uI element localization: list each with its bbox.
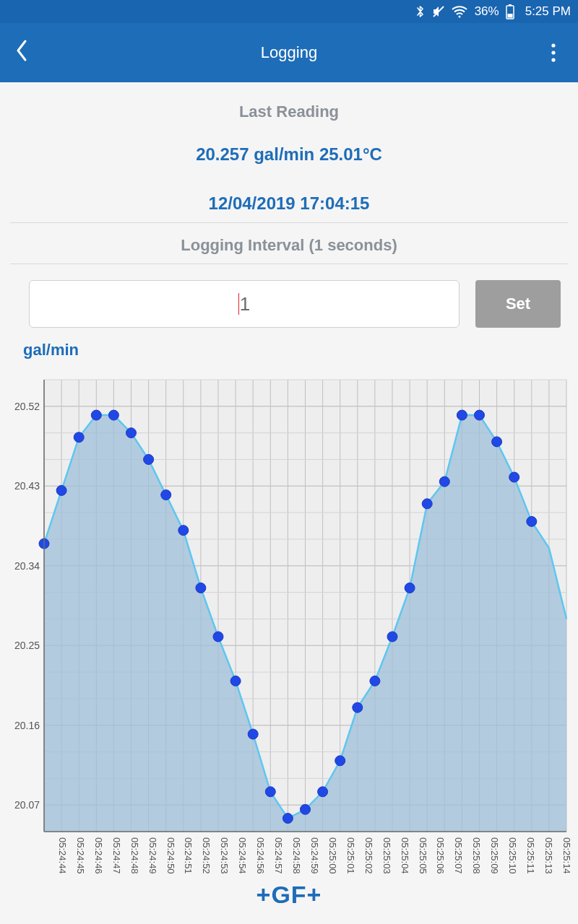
svg-point-95 bbox=[475, 410, 485, 420]
back-button[interactable] bbox=[14, 38, 29, 67]
svg-point-92 bbox=[422, 499, 432, 509]
svg-text:20.43: 20.43 bbox=[14, 480, 40, 492]
svg-text:05:24:45: 05:24:45 bbox=[75, 837, 86, 874]
svg-text:05:25:05: 05:25:05 bbox=[418, 837, 428, 874]
svg-text:05:24:46: 05:24:46 bbox=[93, 837, 104, 874]
svg-text:05:24:44: 05:24:44 bbox=[57, 837, 68, 874]
svg-point-94 bbox=[457, 410, 467, 420]
svg-point-79 bbox=[196, 583, 206, 593]
svg-point-7 bbox=[551, 58, 555, 61]
svg-point-96 bbox=[492, 437, 502, 447]
svg-point-91 bbox=[405, 583, 415, 593]
svg-text:05:25:13: 05:25:13 bbox=[543, 837, 554, 874]
last-reading-label: Last Reading bbox=[0, 103, 578, 121]
svg-point-90 bbox=[387, 632, 397, 642]
svg-point-1 bbox=[458, 16, 460, 18]
svg-text:05:24:59: 05:24:59 bbox=[309, 837, 320, 874]
chart[interactable]: 20.0720.1620.2520.3420.4320.5205:24:4405… bbox=[0, 372, 578, 878]
svg-text:05:25:03: 05:25:03 bbox=[381, 837, 392, 874]
svg-point-84 bbox=[282, 814, 293, 824]
brand-logo: +GF+ bbox=[0, 881, 578, 909]
svg-point-75 bbox=[126, 428, 137, 438]
svg-text:05:25:07: 05:25:07 bbox=[453, 837, 464, 874]
svg-text:20.16: 20.16 bbox=[14, 720, 40, 731]
svg-text:05:24:48: 05:24:48 bbox=[129, 837, 140, 874]
svg-rect-4 bbox=[507, 14, 512, 18]
battery-percent: 36% bbox=[475, 4, 499, 19]
svg-text:05:24:52: 05:24:52 bbox=[201, 837, 212, 874]
svg-text:05:25:11: 05:25:11 bbox=[525, 837, 536, 874]
battery-icon bbox=[505, 4, 515, 19]
svg-text:05:24:54: 05:24:54 bbox=[237, 837, 248, 874]
status-bar: 36% 5:25 PM bbox=[0, 0, 578, 23]
svg-point-93 bbox=[439, 476, 449, 487]
svg-rect-3 bbox=[509, 4, 512, 6]
svg-text:05:25:01: 05:25:01 bbox=[345, 837, 356, 874]
svg-point-74 bbox=[108, 410, 118, 420]
svg-point-77 bbox=[161, 490, 171, 500]
svg-point-83 bbox=[265, 787, 275, 797]
svg-text:05:25:02: 05:25:02 bbox=[363, 837, 374, 874]
svg-text:05:24:56: 05:24:56 bbox=[255, 837, 266, 874]
svg-point-88 bbox=[353, 702, 363, 712]
svg-point-87 bbox=[335, 756, 345, 766]
svg-text:05:25:08: 05:25:08 bbox=[471, 837, 482, 874]
svg-text:05:24:47: 05:24:47 bbox=[111, 837, 122, 874]
svg-point-98 bbox=[527, 516, 537, 526]
svg-point-71 bbox=[56, 485, 66, 495]
interval-input-row: 1 Set bbox=[0, 264, 578, 328]
svg-text:05:24:50: 05:24:50 bbox=[165, 837, 176, 874]
svg-text:05:25:14: 05:25:14 bbox=[561, 837, 572, 874]
svg-point-81 bbox=[230, 676, 241, 686]
svg-point-80 bbox=[213, 632, 223, 642]
svg-text:20.52: 20.52 bbox=[14, 401, 40, 412]
svg-text:05:25:10: 05:25:10 bbox=[507, 837, 518, 874]
mute-icon bbox=[431, 4, 446, 19]
svg-text:05:24:49: 05:24:49 bbox=[147, 837, 158, 874]
bluetooth-icon bbox=[415, 4, 426, 19]
svg-text:05:24:53: 05:24:53 bbox=[219, 837, 230, 874]
svg-text:20.07: 20.07 bbox=[14, 799, 40, 811]
divider bbox=[10, 222, 568, 223]
chart-unit-label: gal/min bbox=[23, 341, 578, 359]
svg-point-72 bbox=[74, 432, 84, 443]
svg-point-6 bbox=[551, 51, 555, 54]
svg-text:05:25:04: 05:25:04 bbox=[400, 837, 410, 874]
page-title: Logging bbox=[261, 43, 317, 62]
svg-text:05:24:51: 05:24:51 bbox=[183, 837, 194, 874]
app-bar: Logging bbox=[0, 23, 578, 82]
svg-text:05:24:57: 05:24:57 bbox=[273, 837, 284, 874]
set-button[interactable]: Set bbox=[475, 280, 561, 328]
svg-text:05:24:58: 05:24:58 bbox=[291, 837, 302, 874]
svg-point-89 bbox=[370, 676, 380, 686]
last-reading-time: 12/04/2019 17:04:15 bbox=[0, 193, 578, 214]
clock: 5:25 PM bbox=[525, 4, 571, 19]
svg-text:05:25:06: 05:25:06 bbox=[435, 837, 446, 874]
interval-input-value: 1 bbox=[240, 293, 250, 315]
svg-point-97 bbox=[509, 472, 519, 482]
svg-point-86 bbox=[318, 787, 328, 797]
interval-input[interactable]: 1 bbox=[29, 280, 460, 328]
svg-point-78 bbox=[178, 526, 189, 536]
text-caret bbox=[238, 293, 239, 315]
svg-point-73 bbox=[91, 410, 101, 420]
svg-text:20.25: 20.25 bbox=[14, 640, 40, 651]
svg-point-5 bbox=[551, 43, 555, 47]
svg-text:20.34: 20.34 bbox=[14, 560, 40, 572]
svg-point-76 bbox=[144, 454, 154, 464]
svg-point-82 bbox=[248, 729, 258, 739]
overflow-menu-icon[interactable] bbox=[543, 43, 564, 63]
svg-text:05:25:09: 05:25:09 bbox=[489, 837, 500, 874]
logging-interval-label: Logging Interval (1 seconds) bbox=[0, 236, 578, 255]
svg-text:05:25:00: 05:25:00 bbox=[327, 837, 338, 874]
wifi-icon bbox=[452, 5, 467, 18]
svg-point-85 bbox=[301, 804, 311, 814]
last-reading-value: 20.257 gal/min 25.01°C bbox=[0, 144, 578, 165]
